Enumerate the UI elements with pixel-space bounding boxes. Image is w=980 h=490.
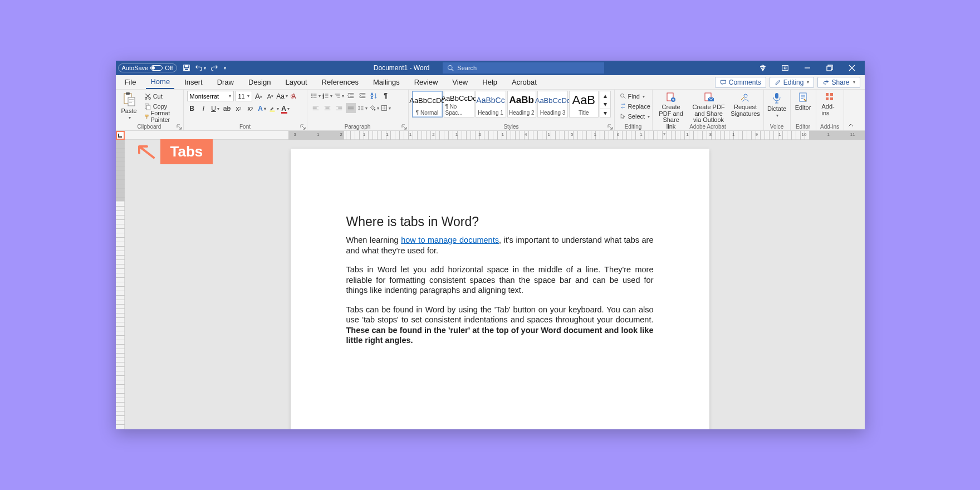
addins-button[interactable]: Add-ins	[820, 91, 840, 117]
document-link[interactable]: how to manage documents	[401, 236, 499, 244]
collapse-ribbon-button[interactable]	[844, 90, 857, 130]
style-no-spacing[interactable]: AaBbCcDc¶ No Spac...	[444, 91, 474, 117]
grid-icon	[825, 92, 835, 102]
show-marks-button[interactable]: ¶	[381, 91, 391, 101]
document-area[interactable]: 31 21 11 21 31 41 51 61 71 81 91 101 111…	[125, 131, 865, 429]
strikethrough-button[interactable]: ab	[222, 104, 232, 114]
tab-draw[interactable]: Draw	[213, 76, 238, 89]
justify-button[interactable]	[346, 103, 356, 113]
tab-insert[interactable]: Insert	[180, 76, 207, 89]
tab-file[interactable]: File	[120, 76, 141, 89]
launcher-icon[interactable]	[607, 124, 613, 130]
tab-design[interactable]: Design	[244, 76, 275, 89]
paste-button[interactable]: Paste ▾	[119, 91, 139, 121]
line-spacing-button[interactable]: ▾	[357, 103, 367, 113]
search-input[interactable]: Search	[443, 62, 604, 74]
format-painter-button[interactable]: Format Painter	[143, 112, 180, 121]
superscript-button[interactable]: x2	[246, 104, 256, 114]
document-paragraph: When learning how to manage documents, i…	[346, 235, 654, 256]
svg-rect-79	[830, 97, 833, 100]
style-heading3[interactable]: AaBbCcDcHeading 3	[537, 91, 568, 117]
highlight-button[interactable]: ▾	[269, 104, 279, 114]
text-effects-button[interactable]: A▾	[257, 104, 267, 114]
document-title: Document1 - Word	[374, 64, 429, 72]
align-left-button[interactable]	[311, 103, 321, 113]
subscript-button[interactable]: x2	[234, 104, 244, 114]
italic-button[interactable]: I	[199, 104, 209, 114]
svg-point-73	[744, 94, 747, 97]
editor-button[interactable]: Editor	[793, 91, 814, 112]
document-page[interactable]: Where is tabs in Word? When learning how…	[291, 149, 709, 429]
style-heading2[interactable]: AaBbHeading 2	[507, 91, 537, 117]
svg-point-17	[145, 97, 146, 99]
annotation-label: Tabs	[160, 139, 213, 164]
find-button[interactable]: Find▾	[618, 92, 646, 101]
close-button[interactable]	[841, 61, 863, 75]
group-acrobat: Create PDF and Share link Create PDF and…	[653, 90, 764, 130]
comments-button[interactable]: Comments	[715, 77, 766, 88]
borders-button[interactable]: ▾	[381, 103, 391, 113]
ribbon-display-icon[interactable]	[775, 61, 796, 75]
redo-icon[interactable]	[210, 64, 218, 72]
bold-button[interactable]: B	[187, 104, 197, 114]
undo-icon[interactable]: ▾	[195, 64, 206, 72]
styles-down-icon[interactable]: ▾	[600, 100, 610, 109]
clear-formatting-button[interactable]: A⦸	[289, 91, 299, 101]
annotation-callout: Tabs	[136, 139, 213, 164]
numbering-button[interactable]: 123▾	[322, 91, 332, 101]
autosave-toggle[interactable]: AutoSave Off	[118, 63, 177, 72]
underline-button[interactable]: U▾	[210, 104, 220, 114]
launcher-icon[interactable]	[401, 124, 407, 130]
replace-button[interactable]: Replace	[618, 102, 652, 111]
increase-indent-button[interactable]	[357, 91, 367, 101]
diamond-icon[interactable]	[752, 61, 773, 75]
editor-icon	[798, 92, 808, 103]
scissors-icon	[144, 93, 151, 100]
minimize-button[interactable]	[797, 61, 818, 75]
grow-font-button[interactable]: A▴	[254, 91, 264, 101]
align-right-button[interactable]	[334, 103, 344, 113]
vertical-ruler[interactable]	[116, 131, 125, 429]
dictate-button[interactable]: Dictate▾	[765, 91, 788, 119]
font-name-input[interactable]: Montserrat▾	[187, 91, 234, 101]
tab-acrobat[interactable]: Acrobat	[507, 76, 541, 89]
tab-layout[interactable]: Layout	[281, 76, 311, 89]
style-title[interactable]: AaBTitle	[569, 91, 599, 117]
share-icon	[822, 79, 829, 86]
launcher-icon[interactable]	[177, 124, 182, 130]
save-icon[interactable]	[183, 64, 190, 72]
tab-references[interactable]: References	[317, 76, 363, 89]
group-voice: Dictate▾ Voice	[764, 90, 791, 130]
multilevel-button[interactable]: ▾	[334, 91, 344, 101]
shrink-font-button[interactable]: A▾	[266, 91, 276, 101]
tab-mailings[interactable]: Mailings	[369, 76, 404, 89]
cut-button[interactable]: Cut	[143, 92, 180, 101]
style-normal[interactable]: AaBbCcDc¶ Normal	[412, 91, 443, 117]
group-font: Montserrat▾ 11▾ A▴ A▾ Aa▾ A⦸ B I U▾ ab x…	[184, 90, 307, 130]
maximize-button[interactable]	[819, 61, 840, 75]
select-button[interactable]: Select▾	[618, 112, 652, 121]
shading-button[interactable]: ▾	[369, 103, 379, 113]
tab-home[interactable]: Home	[146, 75, 174, 89]
styles-up-icon[interactable]: ▴	[600, 92, 610, 100]
tab-review[interactable]: Review	[410, 76, 443, 89]
styles-more-icon[interactable]: ▾	[600, 109, 610, 117]
change-case-button[interactable]: Aa▾	[277, 91, 287, 101]
svg-rect-12	[126, 92, 130, 95]
editing-mode-button[interactable]: Editing ▾	[770, 77, 815, 88]
decrease-indent-button[interactable]	[346, 91, 356, 101]
request-signatures-button[interactable]: Request Signatures	[731, 91, 760, 118]
font-color-button[interactable]: A▾	[281, 104, 291, 114]
bullets-button[interactable]: ▾	[311, 91, 321, 101]
font-size-input[interactable]: 11▾	[236, 91, 252, 101]
align-center-button[interactable]	[322, 103, 332, 113]
style-heading1[interactable]: AaBbCcHeading 1	[476, 91, 506, 117]
tab-help[interactable]: Help	[478, 76, 502, 89]
tab-selector[interactable]	[116, 131, 125, 140]
share-button[interactable]: Share ▾	[817, 77, 860, 88]
sort-button[interactable]: AZ	[369, 91, 379, 101]
create-pdf-outlook-button[interactable]: Create PDF and Share via Outlook	[690, 91, 728, 125]
tab-view[interactable]: View	[448, 76, 472, 89]
launcher-icon[interactable]	[300, 124, 306, 130]
horizontal-ruler[interactable]: 31 21 11 21 31 41 51 61 71 81 91 101 111…	[125, 131, 865, 140]
